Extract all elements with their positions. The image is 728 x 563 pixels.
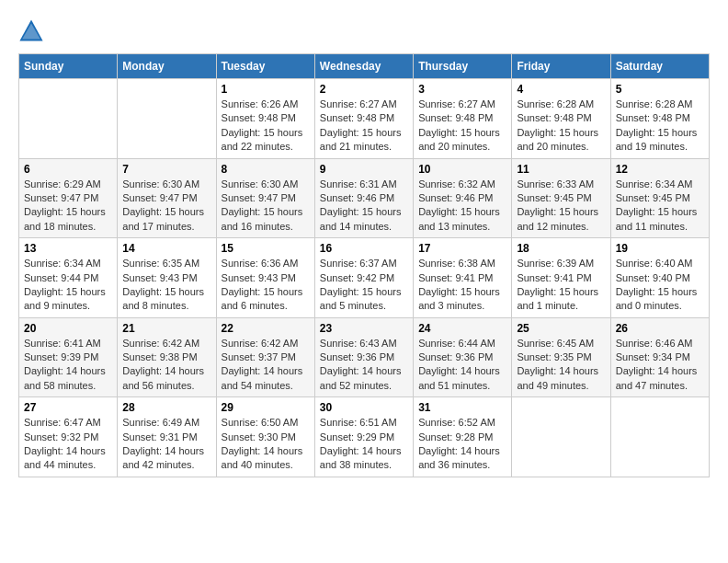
day-info: Sunrise: 6:35 AM Sunset: 9:43 PM Dayligh… [122,257,210,314]
calendar-cell: 13Sunrise: 6:34 AM Sunset: 9:44 PM Dayli… [19,238,118,318]
day-number: 8 [222,163,310,176]
day-info: Sunrise: 6:46 AM Sunset: 9:34 PM Dayligh… [616,337,704,394]
day-number: 6 [24,163,112,176]
logo-icon [18,18,44,44]
day-info: Sunrise: 6:29 AM Sunset: 9:47 PM Dayligh… [24,178,112,235]
calendar-cell: 24Sunrise: 6:44 AM Sunset: 9:36 PM Dayli… [414,317,512,397]
day-info: Sunrise: 6:30 AM Sunset: 9:47 PM Dayligh… [222,178,310,235]
calendar-cell: 20Sunrise: 6:41 AM Sunset: 9:39 PM Dayli… [19,317,118,397]
day-info: Sunrise: 6:47 AM Sunset: 9:32 PM Dayligh… [24,416,112,473]
day-info: Sunrise: 6:26 AM Sunset: 9:48 PM Dayligh… [222,98,310,155]
day-info: Sunrise: 6:34 AM Sunset: 9:44 PM Dayligh… [24,257,112,314]
day-number: 23 [320,322,408,335]
day-info: Sunrise: 6:33 AM Sunset: 9:45 PM Dayligh… [517,178,605,235]
calendar-cell: 30Sunrise: 6:51 AM Sunset: 9:29 PM Dayli… [314,397,413,477]
day-number: 31 [418,401,506,414]
calendar-cell [610,397,709,477]
calendar-cell: 11Sunrise: 6:33 AM Sunset: 9:45 PM Dayli… [512,158,610,238]
calendar-header-sunday: Sunday [19,54,118,79]
calendar-cell: 23Sunrise: 6:43 AM Sunset: 9:36 PM Dayli… [314,317,413,397]
day-info: Sunrise: 6:45 AM Sunset: 9:35 PM Dayligh… [517,337,605,394]
day-number: 5 [616,83,704,96]
day-number: 4 [517,83,605,96]
day-info: Sunrise: 6:36 AM Sunset: 9:43 PM Dayligh… [222,257,310,314]
calendar-cell [512,397,610,477]
calendar-cell: 27Sunrise: 6:47 AM Sunset: 9:32 PM Dayli… [19,397,118,477]
day-info: Sunrise: 6:27 AM Sunset: 9:48 PM Dayligh… [320,98,408,155]
calendar-cell: 4Sunrise: 6:28 AM Sunset: 9:48 PM Daylig… [512,79,610,159]
calendar-week-row: 13Sunrise: 6:34 AM Sunset: 9:44 PM Dayli… [19,238,710,318]
calendar-cell: 1Sunrise: 6:26 AM Sunset: 9:48 PM Daylig… [216,79,314,159]
day-number: 20 [24,322,112,335]
day-info: Sunrise: 6:39 AM Sunset: 9:41 PM Dayligh… [517,257,605,314]
day-number: 29 [222,401,310,414]
day-info: Sunrise: 6:43 AM Sunset: 9:36 PM Dayligh… [320,337,408,394]
calendar-week-row: 20Sunrise: 6:41 AM Sunset: 9:39 PM Dayli… [19,317,710,397]
calendar-week-row: 6Sunrise: 6:29 AM Sunset: 9:47 PM Daylig… [19,158,710,238]
day-info: Sunrise: 6:50 AM Sunset: 9:30 PM Dayligh… [222,416,310,473]
day-info: Sunrise: 6:28 AM Sunset: 9:48 PM Dayligh… [616,98,704,155]
calendar-cell: 18Sunrise: 6:39 AM Sunset: 9:41 PM Dayli… [512,238,610,318]
calendar-cell: 8Sunrise: 6:30 AM Sunset: 9:47 PM Daylig… [216,158,314,238]
day-number: 13 [24,242,112,255]
calendar-cell: 17Sunrise: 6:38 AM Sunset: 9:41 PM Dayli… [414,238,512,318]
calendar-cell: 25Sunrise: 6:45 AM Sunset: 9:35 PM Dayli… [512,317,610,397]
calendar-cell: 12Sunrise: 6:34 AM Sunset: 9:45 PM Dayli… [610,158,709,238]
day-info: Sunrise: 6:37 AM Sunset: 9:42 PM Dayligh… [320,257,408,314]
calendar-header-wednesday: Wednesday [314,54,413,79]
day-number: 17 [418,242,506,255]
day-number: 25 [517,322,605,335]
calendar-cell: 6Sunrise: 6:29 AM Sunset: 9:47 PM Daylig… [19,158,118,238]
day-info: Sunrise: 6:40 AM Sunset: 9:40 PM Dayligh… [616,257,704,314]
calendar-week-row: 1Sunrise: 6:26 AM Sunset: 9:48 PM Daylig… [19,79,710,159]
calendar-header-monday: Monday [118,54,216,79]
day-number: 24 [418,322,506,335]
calendar-header-tuesday: Tuesday [216,54,314,79]
calendar-header-friday: Friday [512,54,610,79]
day-number: 27 [24,401,112,414]
day-info: Sunrise: 6:42 AM Sunset: 9:37 PM Dayligh… [222,337,310,394]
day-number: 30 [320,401,408,414]
calendar-cell: 9Sunrise: 6:31 AM Sunset: 9:46 PM Daylig… [314,158,413,238]
calendar-cell: 26Sunrise: 6:46 AM Sunset: 9:34 PM Dayli… [610,317,709,397]
calendar-cell: 29Sunrise: 6:50 AM Sunset: 9:30 PM Dayli… [216,397,314,477]
day-number: 26 [616,322,704,335]
day-info: Sunrise: 6:51 AM Sunset: 9:29 PM Dayligh… [320,416,408,473]
day-number: 2 [320,83,408,96]
day-number: 18 [517,242,605,255]
logo [18,18,48,44]
page-header [18,18,710,44]
day-info: Sunrise: 6:41 AM Sunset: 9:39 PM Dayligh… [24,337,112,394]
day-info: Sunrise: 6:49 AM Sunset: 9:31 PM Dayligh… [122,416,210,473]
day-info: Sunrise: 6:32 AM Sunset: 9:46 PM Dayligh… [418,178,506,235]
calendar-cell: 19Sunrise: 6:40 AM Sunset: 9:40 PM Dayli… [610,238,709,318]
day-number: 16 [320,242,408,255]
calendar-cell: 16Sunrise: 6:37 AM Sunset: 9:42 PM Dayli… [314,238,413,318]
day-info: Sunrise: 6:28 AM Sunset: 9:48 PM Dayligh… [517,98,605,155]
day-number: 14 [122,242,210,255]
calendar-table: SundayMondayTuesdayWednesdayThursdayFrid… [18,53,710,477]
calendar-cell: 2Sunrise: 6:27 AM Sunset: 9:48 PM Daylig… [314,79,413,159]
calendar-cell: 10Sunrise: 6:32 AM Sunset: 9:46 PM Dayli… [414,158,512,238]
day-info: Sunrise: 6:30 AM Sunset: 9:47 PM Dayligh… [122,178,210,235]
calendar-cell: 5Sunrise: 6:28 AM Sunset: 9:48 PM Daylig… [610,79,709,159]
calendar-cell: 14Sunrise: 6:35 AM Sunset: 9:43 PM Dayli… [118,238,216,318]
day-info: Sunrise: 6:52 AM Sunset: 9:28 PM Dayligh… [418,416,506,473]
day-number: 11 [517,163,605,176]
calendar-cell: 21Sunrise: 6:42 AM Sunset: 9:38 PM Dayli… [118,317,216,397]
day-info: Sunrise: 6:27 AM Sunset: 9:48 PM Dayligh… [418,98,506,155]
calendar-cell: 3Sunrise: 6:27 AM Sunset: 9:48 PM Daylig… [414,79,512,159]
calendar-header-saturday: Saturday [610,54,709,79]
calendar-header-row: SundayMondayTuesdayWednesdayThursdayFrid… [19,54,710,79]
day-info: Sunrise: 6:34 AM Sunset: 9:45 PM Dayligh… [616,178,704,235]
calendar-cell [19,79,118,159]
day-info: Sunrise: 6:31 AM Sunset: 9:46 PM Dayligh… [320,178,408,235]
day-number: 7 [122,163,210,176]
day-info: Sunrise: 6:42 AM Sunset: 9:38 PM Dayligh… [122,337,210,394]
day-number: 10 [418,163,506,176]
calendar-cell: 28Sunrise: 6:49 AM Sunset: 9:31 PM Dayli… [118,397,216,477]
calendar-cell: 7Sunrise: 6:30 AM Sunset: 9:47 PM Daylig… [118,158,216,238]
calendar-week-row: 27Sunrise: 6:47 AM Sunset: 9:32 PM Dayli… [19,397,710,477]
day-number: 9 [320,163,408,176]
calendar-cell: 31Sunrise: 6:52 AM Sunset: 9:28 PM Dayli… [414,397,512,477]
